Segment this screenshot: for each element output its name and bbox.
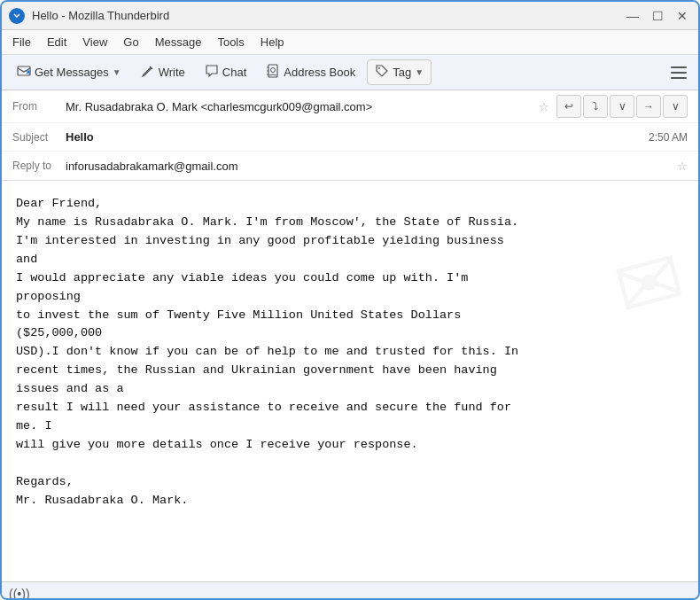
- hamburger-line-1: [671, 66, 687, 68]
- menu-message[interactable]: Message: [148, 34, 209, 51]
- svg-point-3: [271, 68, 276, 73]
- toolbar: Get Messages ▼ Write Chat: [2, 55, 698, 90]
- menu-file[interactable]: File: [5, 34, 38, 51]
- menu-tools[interactable]: Tools: [210, 34, 251, 51]
- tag-label: Tag: [393, 66, 411, 79]
- get-messages-dropdown-arrow[interactable]: ▼: [113, 67, 121, 77]
- write-icon: [141, 64, 155, 81]
- statusbar: ((•)): [2, 581, 698, 600]
- email-header: From Mr. Rusadabraka O. Mark <charlesmcg…: [2, 90, 698, 181]
- tag-dropdown-arrow[interactable]: ▼: [415, 67, 424, 77]
- chat-icon: [205, 64, 219, 81]
- from-label: From: [12, 100, 66, 113]
- write-button[interactable]: Write: [133, 59, 193, 85]
- email-nav-buttons: ↩ ⤵ ∨ → ∨: [556, 95, 688, 118]
- connection-status-icon: ((•)): [9, 587, 30, 601]
- reply-to-value: inforusadabrakamark@gmail.com: [66, 160, 672, 173]
- tag-icon: [375, 64, 389, 81]
- menu-help[interactable]: Help: [253, 34, 292, 51]
- window-title: Hello - Mozilla Thunderbird: [32, 9, 624, 22]
- minimize-button[interactable]: —: [624, 7, 642, 25]
- reply-button[interactable]: ↩: [556, 95, 581, 118]
- address-book-button[interactable]: Address Book: [258, 59, 363, 85]
- email-body-text: Dear Friend, My name is Rusadabraka O. M…: [16, 195, 684, 510]
- from-value: Mr. Rusadabraka O. Mark <charlesmcgurk00…: [66, 100, 533, 113]
- hamburger-line-3: [671, 77, 687, 79]
- get-messages-button[interactable]: Get Messages ▼: [9, 59, 129, 85]
- maximize-button[interactable]: ☐: [649, 7, 666, 25]
- forward-button[interactable]: →: [636, 95, 661, 118]
- menu-view[interactable]: View: [75, 34, 114, 51]
- menu-go[interactable]: Go: [116, 34, 145, 51]
- address-book-label: Address Book: [284, 66, 355, 79]
- tag-button[interactable]: Tag ▼: [367, 59, 432, 85]
- svg-point-7: [378, 67, 380, 69]
- get-messages-icon: [17, 64, 31, 81]
- reply-all-button[interactable]: ⤵: [583, 95, 608, 118]
- hamburger-menu-button[interactable]: [666, 60, 691, 85]
- from-row: From Mr. Rusadabraka O. Mark <charlesmcg…: [2, 90, 698, 123]
- email-time: 2:50 AM: [649, 131, 688, 144]
- write-label: Write: [159, 66, 185, 79]
- get-messages-label: Get Messages: [35, 66, 109, 79]
- titlebar: Hello - Mozilla Thunderbird — ☐ ✕: [2, 2, 698, 30]
- chat-label: Chat: [222, 66, 246, 79]
- email-body: ✉ Dear Friend, My name is Rusadabraka O.…: [2, 181, 698, 581]
- subject-value: Hello: [66, 130, 642, 144]
- close-button[interactable]: ✕: [673, 7, 691, 25]
- window-controls: — ☐ ✕: [624, 7, 691, 25]
- subject-label: Subject: [12, 131, 66, 144]
- more-nav-button[interactable]: ∨: [663, 95, 688, 118]
- chat-button[interactable]: Chat: [197, 59, 254, 85]
- star-icon[interactable]: ☆: [539, 100, 549, 113]
- nav-down-button[interactable]: ∨: [610, 95, 634, 118]
- address-book-icon: [266, 64, 280, 81]
- reply-to-row: Reply to inforusadabrakamark@gmail.com ☆: [2, 152, 698, 180]
- subject-row: Subject Hello 2:50 AM: [2, 123, 698, 152]
- menubar: File Edit View Go Message Tools Help: [2, 30, 698, 55]
- hamburger-line-2: [671, 72, 687, 74]
- reply-to-label: Reply to: [12, 160, 66, 172]
- app-icon: [9, 8, 25, 24]
- menu-edit[interactable]: Edit: [40, 34, 74, 51]
- reply-to-star-icon[interactable]: ☆: [677, 160, 688, 173]
